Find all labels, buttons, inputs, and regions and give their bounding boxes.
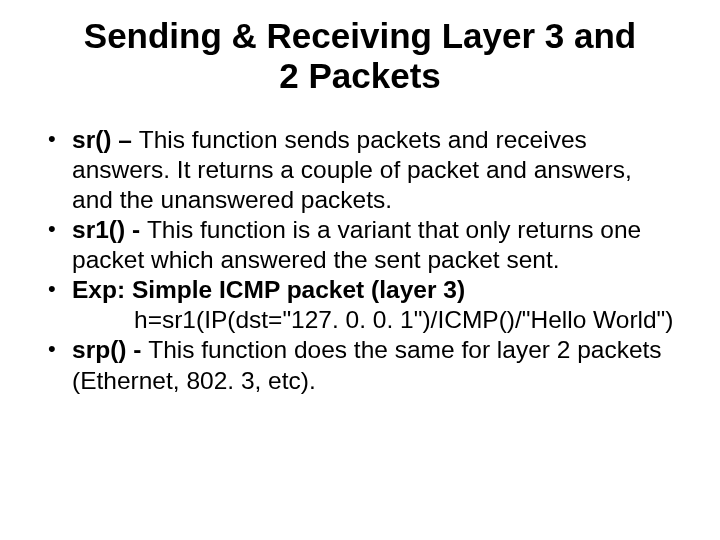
item-text: This function is a variant that only ret… bbox=[72, 216, 641, 273]
slide-title: Sending & Receiving Layer 3 and 2 Packet… bbox=[72, 16, 648, 97]
bullet-list-2: srp() - This function does the same for … bbox=[42, 335, 678, 395]
list-item: srp() - This function does the same for … bbox=[42, 335, 678, 395]
item-bold: sr1() - bbox=[72, 216, 147, 243]
slide: Sending & Receiving Layer 3 and 2 Packet… bbox=[0, 0, 720, 540]
item-text: This function sends packets and receives… bbox=[72, 126, 632, 213]
bullet-list: sr() – This function sends packets and r… bbox=[42, 125, 678, 306]
item-bold: srp() - bbox=[72, 336, 148, 363]
list-item: sr() – This function sends packets and r… bbox=[42, 125, 678, 215]
list-item: Exp: Simple ICMP packet (layer 3) bbox=[42, 275, 678, 305]
list-item: sr1() - This function is a variant that … bbox=[42, 215, 678, 275]
item-bold: Exp: Simple ICMP packet (layer 3) bbox=[72, 276, 465, 303]
item-text: This function does the same for layer 2 … bbox=[72, 336, 662, 393]
code-line: h=sr1(IP(dst="127. 0. 0. 1")/ICMP()/"Hel… bbox=[42, 305, 678, 335]
item-bold: sr() – bbox=[72, 126, 139, 153]
